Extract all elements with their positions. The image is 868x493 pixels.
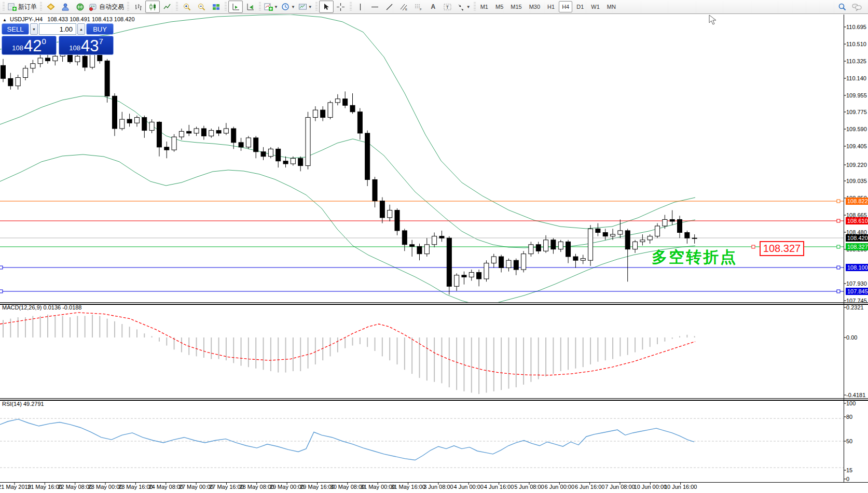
tf-button-D1[interactable]: D1 — [573, 1, 587, 12]
line-handle[interactable] — [837, 266, 840, 269]
label-tool-button[interactable]: T — [440, 1, 455, 13]
line-handle[interactable] — [752, 245, 755, 248]
chart-canvas[interactable]: ▲ USDJPY-,H4 108.433 108.491 108.413 108… — [0, 14, 868, 493]
trendline-icon — [385, 3, 394, 11]
autotrade-button[interactable]: 自动交易 — [87, 1, 126, 13]
chat-button[interactable] — [849, 1, 864, 13]
toolbar-grip[interactable] — [127, 2, 129, 11]
tf-button-M15[interactable]: M15 — [507, 1, 525, 12]
trendline-tool-button[interactable] — [382, 1, 397, 13]
signal-button[interactable] — [73, 1, 87, 13]
text-a-icon: A — [431, 3, 435, 10]
candle — [23, 65, 27, 80]
rsi-line — [0, 419, 694, 460]
svg-text:T: T — [446, 5, 449, 10]
market-watch-button[interactable] — [44, 1, 58, 13]
chart-shift-button[interactable] — [243, 1, 257, 13]
tf-button-M1[interactable]: M1 — [477, 1, 491, 12]
candle — [335, 94, 340, 105]
toolbar-grip[interactable] — [474, 2, 476, 11]
svg-text:E: E — [405, 8, 407, 11]
candle — [514, 259, 518, 275]
text-tool-button[interactable]: A — [426, 1, 440, 13]
tf-button-H4[interactable]: H4 — [559, 1, 572, 12]
periods-button[interactable]: ▼ — [280, 1, 297, 13]
dropdown-caret-icon: ▼ — [274, 5, 278, 9]
rsi-tick-label: 50 — [846, 438, 852, 444]
new-order-button[interactable]: 新订单 — [6, 1, 38, 13]
toolbar: 新订单 自动交易 — [0, 0, 868, 14]
tf-button-M5[interactable]: M5 — [492, 1, 506, 12]
cursor-tool-button[interactable] — [319, 1, 334, 13]
candle — [596, 223, 600, 236]
line-handle[interactable] — [0, 266, 3, 269]
zoom-out-button[interactable] — [194, 1, 209, 13]
volume-input[interactable] — [39, 23, 76, 35]
candle — [261, 147, 266, 160]
pane-separator[interactable] — [0, 400, 868, 401]
bar-chart-button[interactable] — [131, 1, 145, 13]
pane-separator[interactable] — [0, 304, 868, 305]
toolbar-grip[interactable] — [350, 2, 352, 11]
templates-button[interactable]: ▼ — [297, 1, 314, 13]
macd-tick-label: 0.2321 — [846, 304, 864, 311]
tf-button-H1[interactable]: H1 — [544, 1, 558, 12]
sell-button[interactable]: SELL — [2, 23, 29, 35]
annotation-text-cn[interactable]: 多空转折点 — [652, 247, 737, 268]
time-axis-label: 29 May 00:00 — [270, 484, 305, 490]
toolbar-grip[interactable] — [225, 2, 227, 11]
horizontal-line-tool-button[interactable] — [368, 1, 382, 13]
channel-tool-button[interactable]: E — [397, 1, 411, 13]
zoom-in-button[interactable] — [180, 1, 194, 13]
macd-pane — [0, 313, 695, 394]
toolbar-grip[interactable] — [40, 2, 42, 11]
chart-plot[interactable] — [0, 14, 868, 493]
toolbar-grip[interactable] — [315, 2, 318, 11]
buy-button[interactable]: BUY — [86, 23, 114, 35]
line-handle[interactable] — [837, 219, 840, 222]
macd-indicator-label: MACD(12,26,9) 0.0136 -0.0188 — [2, 304, 81, 311]
toolbar-grip[interactable] — [176, 2, 178, 11]
line-chart-button[interactable] — [160, 1, 174, 13]
toolbar-grip[interactable] — [3, 2, 5, 11]
price-note-box[interactable]: 108.327 — [760, 241, 804, 256]
candle — [373, 177, 377, 207]
sell-price-display[interactable]: 108 42 0 — [2, 36, 57, 55]
toolbar-grip[interactable] — [259, 2, 261, 11]
price-level-label-108.327: 108.327 — [846, 243, 868, 250]
volume-decrease-button[interactable]: ▼ — [30, 23, 38, 35]
vertical-line-tool-button[interactable] — [353, 1, 368, 13]
candle — [306, 112, 310, 170]
pane-separator[interactable] — [0, 398, 868, 399]
tf-button-W1[interactable]: W1 — [588, 1, 603, 12]
tf-button-M30[interactable]: M30 — [526, 1, 543, 12]
crosshair-tool-button[interactable] — [334, 1, 348, 13]
candle — [521, 251, 526, 272]
volume-increase-button[interactable]: ▲ — [77, 23, 85, 35]
candle — [283, 157, 288, 167]
auto-scroll-button[interactable] — [228, 1, 243, 13]
line-handle[interactable] — [837, 245, 840, 248]
auto-scroll-icon — [231, 3, 240, 11]
search-button[interactable] — [835, 1, 849, 13]
line-handle[interactable] — [837, 200, 840, 203]
pane-separator[interactable] — [0, 302, 868, 303]
candle — [410, 240, 415, 257]
tf-button-MN[interactable]: MN — [604, 1, 619, 12]
arrows-tool-button[interactable]: ▼ — [455, 1, 472, 13]
indicators-button[interactable]: ▼ — [263, 1, 280, 13]
line-handle[interactable] — [837, 290, 840, 293]
tile-windows-button[interactable] — [209, 1, 223, 13]
candle — [328, 101, 333, 119]
price-level-label-107.845: 107.845 — [846, 288, 868, 295]
line-handle[interactable] — [0, 290, 3, 293]
time-axis-label: 21 May 2019 — [0, 484, 31, 490]
time-axis-label: 31 May 16:00 — [391, 484, 425, 490]
time-axis-label: 3 Jun 08:00 — [423, 484, 453, 490]
profile-button[interactable] — [58, 1, 73, 13]
collapse-arrow-icon[interactable]: ▲ — [3, 18, 7, 22]
fibonacci-tool-button[interactable]: F — [411, 1, 426, 13]
buy-price-display[interactable]: 108 43 7 — [59, 36, 114, 55]
candle — [380, 197, 384, 223]
candlestick-chart-button[interactable] — [145, 1, 160, 13]
